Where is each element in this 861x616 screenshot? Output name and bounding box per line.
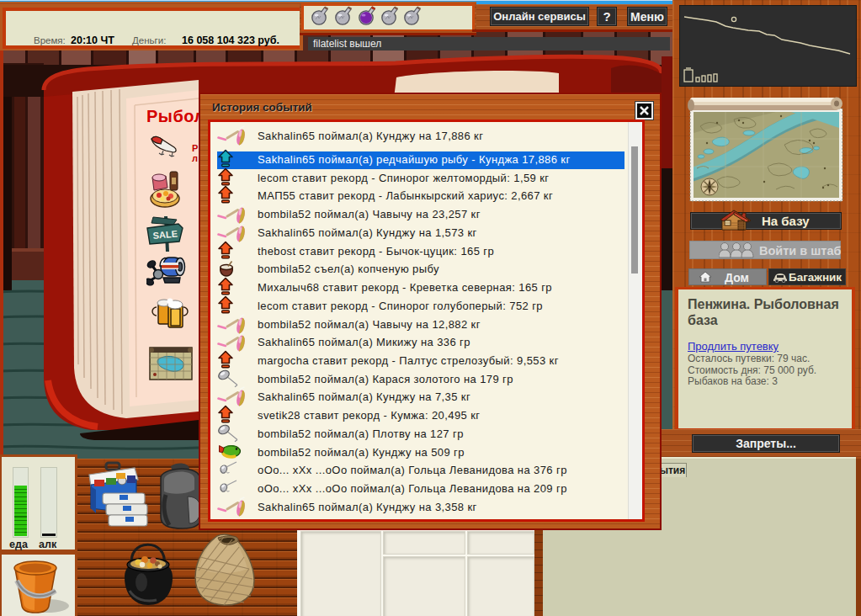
svg-text:SALE: SALE (152, 228, 178, 241)
